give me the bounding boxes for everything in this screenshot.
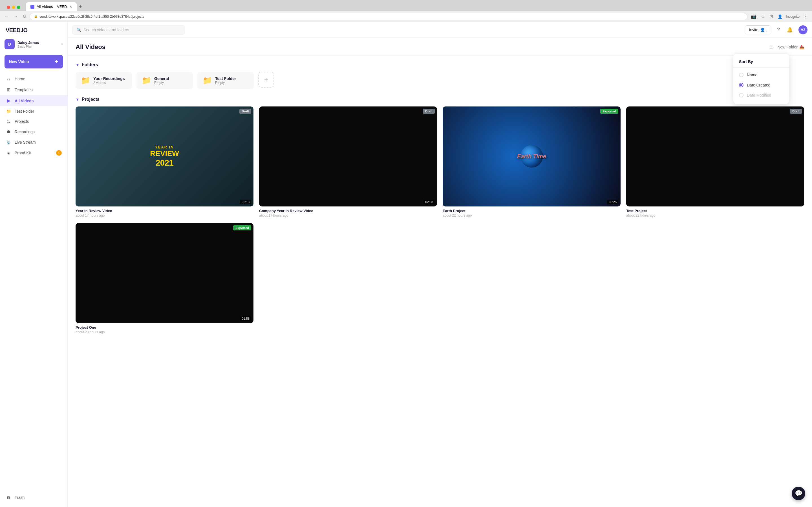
video-card-project-one[interactable]: Exported 01:58 Project One about 23 hour… [75, 223, 253, 334]
header-actions: ≡ New Folder 📤 [769, 43, 804, 51]
folder-icon: 📁 [81, 76, 91, 85]
search-icon: 🔍 [77, 27, 81, 32]
year-review-thumb-text: YEAR IN REVIEW 2021 [150, 145, 179, 168]
notifications-icon[interactable]: 🔔 [785, 25, 794, 34]
sort-option-date-created[interactable]: Date Created [733, 80, 789, 90]
projects-toggle[interactable]: ▼ [75, 97, 80, 102]
sidebar-item-all-videos[interactable]: ▶ All Videos [0, 95, 67, 106]
extensions-icon[interactable]: ⊡ [768, 13, 774, 20]
video-time: about 17 hours ago [259, 214, 437, 217]
sidebar-item-live-stream[interactable]: 📡 Live Stream [0, 137, 67, 147]
url-bar[interactable]: 🔒 veed.io/workspaces/22ce6d2f-38c5-4df1-… [30, 13, 748, 20]
sort-option-name[interactable]: Name [733, 70, 789, 80]
sidebar-item-label: Live Stream [15, 140, 36, 145]
forward-button[interactable]: → [12, 13, 19, 20]
video-card-test-project[interactable]: Draft Test Project about 22 hours ago [626, 107, 804, 217]
video-title: Earth Project [443, 209, 620, 213]
sort-option-date-modified[interactable]: Date Modified [733, 90, 789, 100]
sidebar-item-test-folder[interactable]: 📁 Test Folder [0, 106, 67, 116]
sidebar-item-label: Recordings [15, 129, 35, 134]
back-button[interactable]: ← [3, 13, 10, 20]
sidebar-item-home[interactable]: ⌂ Home [0, 73, 67, 84]
projects-section: ▼ Projects YEAR IN REVIEW 2021 [75, 97, 804, 334]
minimize-button[interactable] [12, 6, 15, 9]
maximize-button[interactable] [17, 6, 20, 9]
user-avatar-button[interactable]: A2 [799, 25, 808, 34]
active-tab[interactable]: All Videos – VEED ✕ [26, 2, 77, 11]
brand-kit-badge: ⚡ [56, 150, 62, 156]
sidebar: VEED.IO D Daisy Jonas Basic Plan ▾ New V… [0, 22, 68, 507]
video-time: about 22 hours ago [626, 214, 804, 217]
video-card-year-review[interactable]: YEAR IN REVIEW 2021 Draft 02:13 Year in … [75, 107, 253, 217]
folder-your-recordings[interactable]: 📁 Your Recordings 2 videos [75, 72, 132, 89]
sidebar-item-trash[interactable]: 🗑 Trash [0, 492, 67, 503]
video-duration: 02:13 [240, 200, 251, 204]
folder-info: General Empty [154, 76, 169, 85]
plus-icon: + [55, 58, 58, 65]
tab-label: All Videos – VEED [37, 4, 67, 9]
profile-icon[interactable]: 👤 [776, 13, 783, 20]
logo: VEED.IO [0, 22, 67, 36]
folder-info: Your Recordings 2 videos [93, 76, 125, 85]
sort-dropdown-title: Sort By [733, 57, 789, 68]
folders-toggle[interactable]: ▼ [75, 62, 80, 67]
reload-button[interactable]: ↻ [21, 13, 28, 20]
video-duration: 01:58 [240, 316, 251, 321]
invite-button[interactable]: Invite 👤+ [745, 25, 771, 34]
chat-icon: 💬 [795, 490, 802, 497]
add-folder-button[interactable]: + [258, 72, 274, 88]
folder-icon: 📁 [142, 76, 151, 85]
sidebar-bottom: 🗑 Trash [0, 490, 67, 507]
search-bar[interactable]: 🔍 Search videos and folders [72, 25, 185, 35]
sort-button[interactable]: ≡ [769, 43, 773, 51]
sidebar-item-projects[interactable]: 🗂 Projects [0, 116, 67, 126]
video-card-earth-project[interactable]: Earth Time Exported 00:25 Earth Project … [443, 107, 620, 217]
projects-section-header: ▼ Projects [75, 97, 804, 102]
top-right-actions: Invite 👤+ ? 🔔 A2 [745, 25, 808, 34]
lock-icon: 🔒 [34, 15, 38, 18]
video-title: Test Project [626, 209, 804, 213]
chat-button[interactable]: 💬 [792, 487, 805, 500]
close-button[interactable] [7, 6, 10, 9]
camera-off-icon[interactable]: 📷 [750, 13, 758, 20]
folder-test-folder[interactable]: 📁 Test Folder Empty [197, 72, 254, 89]
help-icon[interactable]: ? [776, 25, 781, 34]
earth-title-text: Earth Time [517, 153, 546, 160]
video-thumbnail: Exported 01:58 [75, 223, 253, 323]
sort-option-date-modified-label: Date Modified [747, 93, 771, 98]
invite-label: Invite [749, 27, 758, 32]
sort-radio-date-created [739, 83, 744, 87]
videos-grid: YEAR IN REVIEW 2021 Draft 02:13 Year in … [75, 107, 804, 334]
sidebar-nav: ⌂ Home ⊞ Templates ▶ All Videos 📁 Test F… [0, 71, 67, 490]
draft-badge: Draft [423, 109, 435, 114]
sidebar-item-recordings[interactable]: ⏺ Recordings [0, 126, 67, 137]
new-video-button[interactable]: New Video + [4, 55, 63, 68]
video-info: Year in Review Video about 17 hours ago [75, 207, 253, 217]
year-in-text: YEAR IN [150, 145, 179, 149]
new-folder-icon: 📤 [799, 45, 804, 49]
folder-count: Empty [154, 81, 169, 85]
video-title: Project One [75, 325, 253, 330]
chevron-down-icon: ▾ [61, 42, 63, 46]
sidebar-item-label: Home [15, 76, 25, 81]
new-tab-button[interactable]: + [77, 3, 84, 11]
video-info: Project One about 23 hours ago [75, 323, 253, 334]
sidebar-item-templates[interactable]: ⊞ Templates [0, 84, 67, 95]
sidebar-item-label: Test Folder [15, 109, 34, 114]
sidebar-item-label: Brand Kit [15, 151, 31, 155]
folder-general[interactable]: 📁 General Empty [137, 72, 193, 89]
bookmark-icon[interactable]: ☆ [760, 13, 766, 20]
add-user-icon: 👤+ [760, 27, 767, 32]
top-nav: 🔍 Search videos and folders Invite 👤+ ? … [68, 22, 812, 38]
video-card-company-year-review[interactable]: Draft 02:08 Company Year in Review Video… [259, 107, 437, 217]
user-profile[interactable]: D Daisy Jonas Basic Plan ▾ [0, 36, 67, 52]
new-folder-button[interactable]: New Folder 📤 [777, 45, 804, 49]
sort-dropdown: Sort By Name Date Created Date Modified [733, 54, 790, 104]
video-duration: 02:08 [423, 200, 435, 204]
search-placeholder: Search videos and folders [84, 27, 129, 32]
tab-close-icon[interactable]: ✕ [69, 5, 72, 9]
menu-icon[interactable]: ⋮ [802, 13, 809, 20]
sidebar-item-brand-kit[interactable]: ◈ Brand Kit ⚡ [0, 147, 67, 159]
folder-icon: 📁 [6, 109, 11, 114]
sidebar-item-label: All Videos [15, 99, 34, 103]
